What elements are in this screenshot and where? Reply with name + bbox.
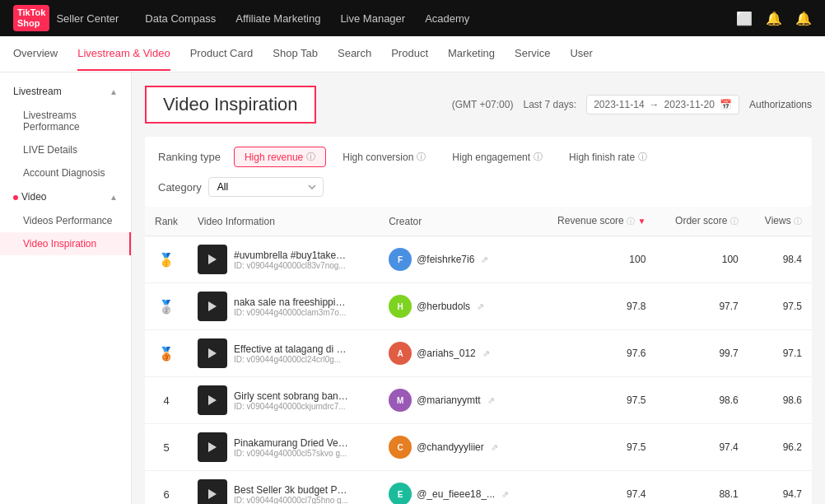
ranking-tab-high-revenue[interactable]: High revenue ⓘ: [234, 147, 326, 167]
order-score-cell: 97.4: [655, 424, 748, 471]
table-row[interactable]: 🥈 naka sale na freeshippinggg pa... ID: …: [145, 283, 812, 330]
creator-name: @chandyyyliier: [417, 441, 484, 453]
date-separator: →: [650, 99, 660, 110]
rank-cell: 6: [145, 471, 188, 505]
video-title: #uvumbrella #buy1take1umbre...: [234, 250, 349, 261]
creator-cell: E @_eu_fieee18_... ⇗: [379, 471, 535, 505]
sidebar-item-live-details[interactable]: LIVE Details: [0, 138, 131, 161]
views-cell: 97.1: [748, 330, 812, 377]
external-link-icon[interactable]: ⇗: [501, 489, 509, 500]
info-icon-order-col: ⓘ: [730, 217, 739, 226]
creator-cell: C @chandyyyliier ⇗: [379, 424, 535, 471]
tab-product-card[interactable]: Product Card: [190, 37, 254, 71]
rank-cell: 🥉: [145, 330, 188, 377]
secondary-nav: Overview Livestream & Video Product Card…: [0, 36, 825, 72]
col-revenue-score[interactable]: Revenue score ⓘ ▼: [535, 207, 656, 236]
timezone-label: (GMT +07:00): [452, 99, 514, 110]
external-link-icon[interactable]: ⇗: [487, 395, 495, 406]
date-range-picker[interactable]: 2023-11-14 → 2023-11-20 📅: [586, 95, 739, 114]
filter-panel: Ranking type High revenue ⓘ High convers…: [145, 137, 812, 207]
video-thumbnail[interactable]: [198, 292, 227, 321]
chevron-up-icon: ▲: [110, 87, 118, 96]
revenue-score-cell: 97.6: [535, 330, 656, 377]
notification-icon[interactable]: 🔔: [795, 11, 812, 26]
info-icon-conversion: ⓘ: [417, 151, 426, 163]
ranking-tab-high-conversion[interactable]: High conversion ⓘ: [333, 147, 436, 166]
ranking-tab-high-engagement[interactable]: High engagement ⓘ: [442, 147, 552, 166]
revenue-score-cell: 97.5: [535, 424, 656, 471]
table-row[interactable]: 🥉 Effective at talagang di bumaba... ID:…: [145, 330, 812, 377]
col-order-score: Order score ⓘ: [655, 207, 748, 236]
order-score-cell: 88.1: [655, 471, 748, 505]
sidebar-section-livestream[interactable]: Livestream ▲: [0, 79, 131, 104]
nav-academy[interactable]: Academy: [425, 12, 469, 25]
sidebar-video-label: Video: [13, 191, 46, 203]
tab-livestream-video[interactable]: Livestream & Video: [77, 37, 170, 71]
tab-product[interactable]: Product: [391, 37, 428, 71]
revenue-score-cell: 97.4: [535, 471, 656, 505]
external-link-icon[interactable]: ⇗: [491, 442, 498, 453]
main-content: Video Inspiration (GMT +07:00) Last 7 da…: [132, 72, 825, 504]
video-id: ID: v09044g40000cl24crl0g...: [234, 355, 349, 364]
date-to: 2023-11-20: [664, 99, 715, 110]
table-row[interactable]: 4 Girly scent sobrang bango talag... ID:…: [145, 377, 812, 424]
sidebar-item-videos-performance[interactable]: Videos Performance: [0, 209, 131, 232]
rank-cell: 🥇: [145, 236, 188, 283]
page-title: Video Inspiration: [163, 94, 298, 114]
table-row[interactable]: 🥇 #uvumbrella #buy1take1umbre... ID: v09…: [145, 236, 812, 283]
col-views: Views ⓘ: [748, 207, 812, 236]
nav-affiliate-marketing[interactable]: Affiliate Marketing: [235, 12, 320, 25]
tab-overview[interactable]: Overview: [13, 37, 58, 71]
video-title: Effective at talagang di bumaba...: [234, 343, 349, 355]
avatar: E: [389, 483, 412, 504]
sidebar-item-livestreams-performance[interactable]: Livestreams Performance: [0, 104, 131, 138]
authorizations-button[interactable]: Authorizations: [749, 99, 812, 110]
table-row[interactable]: 6 Best Seller 3k budget Phone fo... ID: …: [145, 471, 812, 505]
tab-shop-tab[interactable]: Shop Tab: [273, 37, 318, 71]
sidebar-item-video-inspiration[interactable]: Video Inspiration: [0, 232, 131, 255]
external-link-icon[interactable]: ⇗: [482, 348, 490, 359]
creator-name: @herbudols: [417, 301, 470, 312]
video-title: Best Seller 3k budget Phone fo...: [234, 484, 349, 496]
video-thumbnail[interactable]: [198, 385, 227, 415]
tiktok-logo: TikTokShop: [13, 5, 49, 31]
creator-cell: F @feishrke7i6 ⇗: [379, 236, 535, 283]
category-select[interactable]: All: [208, 177, 324, 197]
creator-name: @feishrke7i6: [417, 254, 474, 265]
external-link-icon[interactable]: ⇗: [481, 254, 488, 265]
video-info-cell: Pinakamurang Dried Vegetable... ID: v090…: [188, 424, 379, 471]
chevron-up-icon-video: ▲: [110, 193, 118, 202]
video-thumbnail[interactable]: [198, 432, 227, 462]
video-info-cell: #uvumbrella #buy1take1umbre... ID: v0904…: [188, 236, 379, 283]
sort-icon-revenue: ▼: [637, 217, 646, 226]
order-score-cell: 100: [655, 236, 748, 283]
tab-search[interactable]: Search: [338, 37, 371, 71]
logo-area[interactable]: TikTokShop Seller Center: [13, 5, 119, 31]
date-from: 2023-11-14: [594, 99, 644, 110]
sidebar-item-account-diagnosis[interactable]: Account Diagnosis: [0, 161, 131, 184]
last-days-label: Last 7 days:: [523, 99, 576, 110]
avatar: M: [389, 389, 412, 412]
tab-marketing[interactable]: Marketing: [448, 37, 495, 71]
avatar: H: [389, 295, 412, 318]
bell-icon[interactable]: 🔔: [766, 11, 782, 26]
nav-live-manager[interactable]: Live Manager: [340, 12, 405, 25]
top-nav-icons: ⬜ 🔔 🔔: [736, 11, 812, 26]
video-thumbnail[interactable]: [198, 479, 227, 504]
category-label: Category: [158, 181, 202, 194]
device-icon[interactable]: ⬜: [736, 11, 753, 26]
nav-data-compass[interactable]: Data Compass: [145, 12, 216, 25]
info-icon-finish-rate: ⓘ: [638, 151, 647, 163]
video-title: naka sale na freeshippinggg pa...: [234, 296, 349, 308]
revenue-score-cell: 97.8: [535, 283, 656, 330]
ranking-tab-high-finish-rate[interactable]: High finish rate ⓘ: [559, 147, 657, 166]
col-rank: Rank: [145, 207, 188, 236]
sidebar-section-video[interactable]: Video ▲: [0, 184, 131, 209]
video-thumbnail[interactable]: [198, 338, 227, 368]
revenue-score-cell: 100: [535, 236, 656, 283]
video-thumbnail[interactable]: [198, 245, 227, 274]
external-link-icon[interactable]: ⇗: [477, 301, 484, 312]
table-row[interactable]: 5 Pinakamurang Dried Vegetable... ID: v0…: [145, 424, 812, 471]
tab-user[interactable]: User: [570, 37, 592, 71]
tab-service[interactable]: Service: [515, 37, 550, 71]
